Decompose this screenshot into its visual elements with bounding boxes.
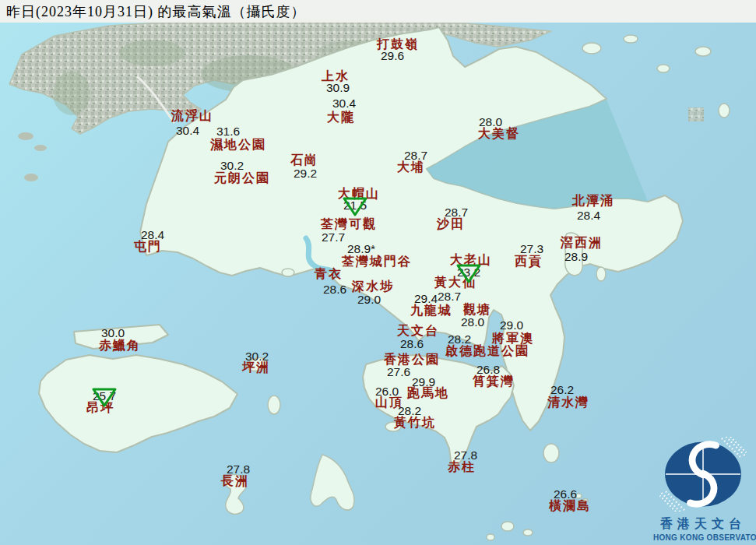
station-name: 坪洲 [242,360,270,376]
station-name: 觀塘 [463,302,491,318]
station-name: 大美督 [478,126,520,142]
station-name: 北潭涌 [572,193,614,209]
station-name: 橫瀾島 [549,498,591,515]
station-name: 跑馬地 [407,385,449,402]
station-labels-layer: 29.6打鼓嶺30.9上水30.4大隴28.0大美督30.4流浮山31.6濕地公… [0,0,756,545]
triangle-marker-icon [342,197,368,217]
hko-logo-icon [659,437,747,512]
station-value: 30.4 [332,97,356,111]
weather-map-screen: 昨日(2023年10月31日) 的最高氣溫（攝氏度） 29.6打鼓嶺30.9上水… [0,0,756,545]
station-name: 香港公園 [384,352,440,368]
hko-logo-chinese: 香港天文台 [653,516,753,533]
triangle-marker-icon [91,388,118,408]
station-value: 29.2 [294,167,317,181]
station-name: 打鼓嶺 [377,37,419,53]
station-name: 屯門 [134,239,162,255]
station-name: 荃灣可觀 [321,216,377,233]
station-name: 濕地公園 [210,137,266,153]
station-value: 28.6 [400,337,424,351]
station-value: 28.6 [323,283,346,297]
station-name: 沙田 [437,216,465,233]
station-name: 赤鱲角 [99,338,141,354]
station-value: 28.7 [438,290,461,304]
station-name: 石崗 [290,153,318,169]
station-value: 28.4 [577,209,600,223]
station-value: 30.4 [176,124,199,138]
triangle-marker-icon [455,264,482,284]
station-name: 青衣 [315,266,343,283]
station-name: 大隴 [327,110,355,126]
station-name: 將軍澳 [492,331,534,347]
station-name: 清水灣 [547,395,589,411]
hko-logo-english: HONG KONG OBSERVATORY [653,533,753,542]
station-name: 荃灣城門谷 [342,254,412,270]
station-name: 九龍城 [410,303,452,319]
hko-logo: 香港天文台 HONG KONG OBSERVATORY [653,437,753,542]
station-value: 29.0 [357,293,381,307]
map-title: 昨日(2023年10月31日) 的最高氣溫（攝氏度） [6,2,306,21]
station-name: 西貢 [515,254,543,270]
station-name: 天文台 [397,323,439,339]
station-name: 筲箕灣 [473,374,515,390]
station-name: 黃竹坑 [394,415,436,431]
station-name: 元朗公園 [214,171,270,187]
station-name: 大埔 [397,160,425,176]
station-name: 流浮山 [171,108,213,125]
station-name: 深水埗 [352,279,394,295]
station-name: 長洲 [221,473,249,490]
station-name: 上水 [322,69,350,85]
station-value: 28.9 [564,250,588,264]
station-value: 27.7 [322,230,345,244]
station-name: 滘西洲 [561,235,603,251]
station-name: 赤柱 [448,459,476,476]
